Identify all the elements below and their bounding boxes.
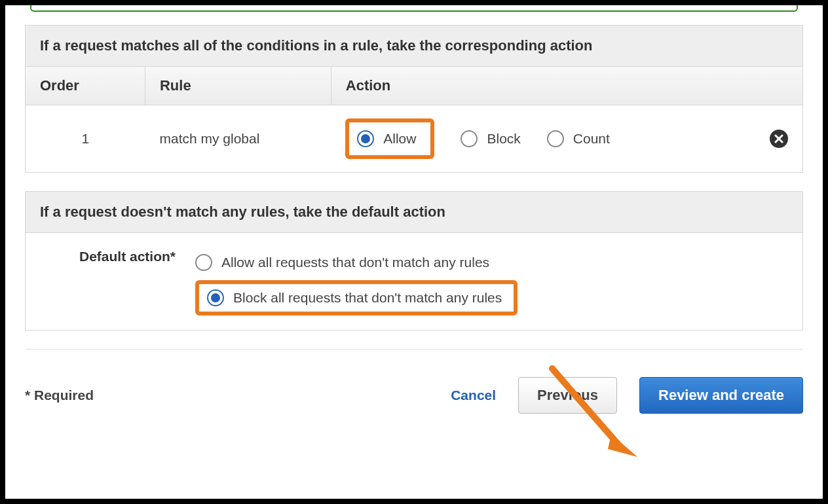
- top-border: [30, 5, 798, 12]
- radio-default-allow[interactable]: [195, 254, 212, 271]
- rules-panel: If a request matches all of the conditio…: [25, 25, 803, 173]
- radio-default-block[interactable]: [207, 289, 224, 306]
- remove-rule-icon[interactable]: [770, 130, 788, 148]
- divider: [25, 349, 803, 350]
- action-allow-label: Allow: [383, 131, 416, 147]
- action-allow-option[interactable]: Allow: [357, 130, 416, 147]
- col-header-rule: Rule: [145, 67, 331, 105]
- svg-marker-3: [608, 434, 637, 457]
- highlight-default-block: Block all requests that don't match any …: [195, 280, 518, 315]
- default-action-label: Default action*: [40, 247, 176, 315]
- default-block-label: Block all requests that don't match any …: [233, 290, 502, 306]
- footer: * Required Cancel Previous Review and cr…: [25, 377, 803, 414]
- rules-panel-title: If a request matches all of the conditio…: [26, 26, 802, 67]
- default-action-options: Allow all requests that don't match any …: [195, 247, 518, 315]
- rule-name: match my global: [145, 105, 331, 173]
- radio-allow[interactable]: [357, 130, 374, 147]
- default-allow-label: Allow all requests that don't match any …: [221, 255, 489, 270]
- x-icon: [774, 134, 783, 143]
- radio-block[interactable]: [461, 130, 478, 147]
- default-action-panel: If a request doesn't match any rules, ta…: [25, 191, 803, 331]
- previous-button[interactable]: Previous: [518, 377, 617, 414]
- table-row: 1 match my global Allow: [26, 105, 802, 173]
- action-options: Allow Block Count: [345, 118, 728, 159]
- col-header-action: Action: [331, 67, 802, 105]
- action-block-option[interactable]: Block: [461, 130, 520, 147]
- action-count-option[interactable]: Count: [547, 130, 610, 147]
- action-block-label: Block: [487, 131, 520, 147]
- rule-order: 1: [26, 105, 145, 173]
- highlight-allow: Allow: [345, 118, 434, 159]
- default-allow-option[interactable]: Allow all requests that don't match any …: [195, 247, 518, 278]
- col-header-order: Order: [26, 67, 145, 105]
- cancel-link[interactable]: Cancel: [451, 387, 496, 403]
- action-count-label: Count: [573, 131, 610, 147]
- rules-table-header-row: Order Rule Action: [26, 67, 802, 105]
- radio-count[interactable]: [547, 130, 564, 147]
- required-note: * Required: [25, 387, 428, 403]
- default-action-title: If a request doesn't match any rules, ta…: [26, 192, 802, 233]
- default-block-option[interactable]: Block all requests that don't match any …: [207, 289, 502, 306]
- review-and-create-button[interactable]: Review and create: [639, 377, 803, 414]
- rules-table: Order Rule Action 1 match my global: [26, 67, 802, 172]
